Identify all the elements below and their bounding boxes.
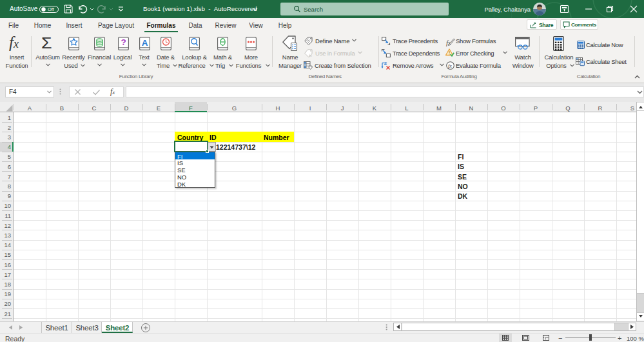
svg-text:A: A (142, 37, 148, 47)
svg-text:fx: fx (448, 63, 452, 69)
svg-text:fx: fx (309, 53, 312, 57)
svg-text:?: ? (121, 37, 126, 47)
